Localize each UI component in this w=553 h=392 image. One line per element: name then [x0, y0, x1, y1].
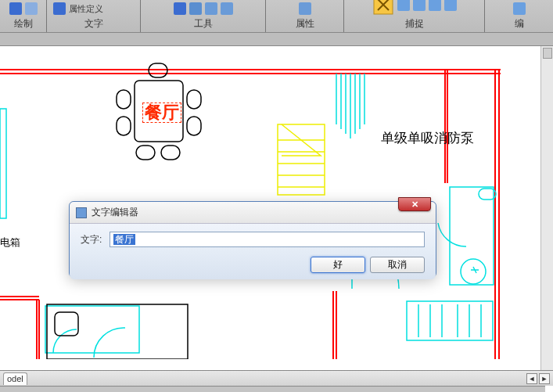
bottom-strip [0, 386, 545, 392]
snap-icon-main[interactable] [372, 0, 394, 16]
ribbon-label-text: 文字 [84, 17, 103, 31]
ribbon-group-draw: 绘制 [0, 0, 47, 32]
ribbon-label-draw: 绘制 [14, 17, 33, 31]
edit-icon[interactable] [513, 2, 526, 15]
ribbon-label-snap: 捕捉 [405, 17, 424, 31]
dialog-button-row: 好 取消 [70, 252, 436, 279]
dialog-close-button[interactable]: ✕ [398, 197, 431, 211]
snap-icon-4[interactable] [444, 0, 457, 11]
text-icon[interactable] [53, 2, 66, 15]
prop-icon[interactable] [299, 2, 311, 15]
ribbon-separator [0, 33, 553, 46]
dialog-titlebar[interactable]: 文字编辑器 [70, 202, 436, 224]
dialog-text-input[interactable]: 餐厅 [110, 232, 425, 247]
snap-icon-3[interactable] [429, 0, 441, 11]
svg-rect-17 [278, 124, 325, 195]
tool-icon-4[interactable] [221, 2, 233, 15]
dialog-title-text: 文字编辑器 [92, 206, 138, 219]
dialog-cancel-button[interactable]: 取消 [370, 257, 425, 273]
ribbon: 绘制 属性定义 文字 工具 属性 [0, 0, 553, 33]
svg-rect-11 [187, 117, 201, 135]
dialog-app-icon [76, 207, 87, 218]
ribbon-group-text: 属性定义 文字 [47, 0, 141, 32]
ribbon-label-tools: 工具 [194, 17, 213, 31]
svg-rect-1 [0, 109, 6, 218]
svg-rect-5 [45, 306, 139, 353]
vscroll-up-button[interactable] [543, 48, 552, 59]
svg-rect-8 [117, 90, 131, 109]
scroll-right-button[interactable]: ► [539, 373, 550, 384]
ribbon-group-snap: 捕捉 [344, 0, 485, 32]
dialog-text-value: 餐厅 [113, 234, 135, 245]
tool-icon-2[interactable] [189, 2, 202, 15]
text-editor-dialog: 文字编辑器 ✕ 文字: 餐厅 好 取消 [69, 201, 436, 278]
snap-icon-2[interactable] [413, 0, 426, 11]
scroll-left-button[interactable]: ◄ [526, 373, 537, 384]
attr-def-label[interactable]: 属性定义 [69, 3, 103, 15]
dialog-field-label: 文字: [81, 233, 102, 246]
draw-icon-1[interactable] [9, 2, 22, 15]
ribbon-group-props: 属性 [266, 0, 344, 32]
model-tab[interactable]: odel [3, 372, 27, 385]
svg-rect-9 [117, 117, 131, 135]
drawing-canvas[interactable]: 餐厅 单级单吸消防泵 电箱 文字编辑器 ✕ 文字: 餐厅 好 取消 [0, 46, 553, 359]
svg-rect-6 [407, 301, 493, 340]
text-label-pump: 单级单吸消防泵 [381, 129, 474, 147]
dialog-ok-button[interactable]: 好 [311, 257, 365, 273]
ribbon-group-tools: 工具 [141, 0, 266, 32]
text-label-box: 电箱 [0, 236, 20, 250]
svg-point-4 [461, 259, 486, 284]
tool-icon-1[interactable] [174, 2, 186, 15]
dialog-body: 文字: 餐厅 [70, 224, 436, 252]
svg-rect-12 [136, 146, 155, 160]
ribbon-label-props: 属性 [296, 17, 314, 31]
ribbon-group-edit: 编 [485, 0, 553, 32]
text-label-dining[interactable]: 餐厅 [142, 102, 181, 123]
ribbon-label-edit: 编 [515, 17, 524, 31]
draw-icon-2[interactable] [25, 2, 38, 15]
status-bar: odel ◄ ► [0, 370, 553, 386]
tool-icon-3[interactable] [205, 2, 217, 15]
svg-rect-10 [187, 90, 201, 109]
snap-icon-1[interactable] [397, 0, 410, 11]
vertical-scrollbar[interactable] [540, 46, 553, 370]
svg-rect-13 [161, 146, 180, 160]
svg-rect-0 [374, 0, 393, 14]
